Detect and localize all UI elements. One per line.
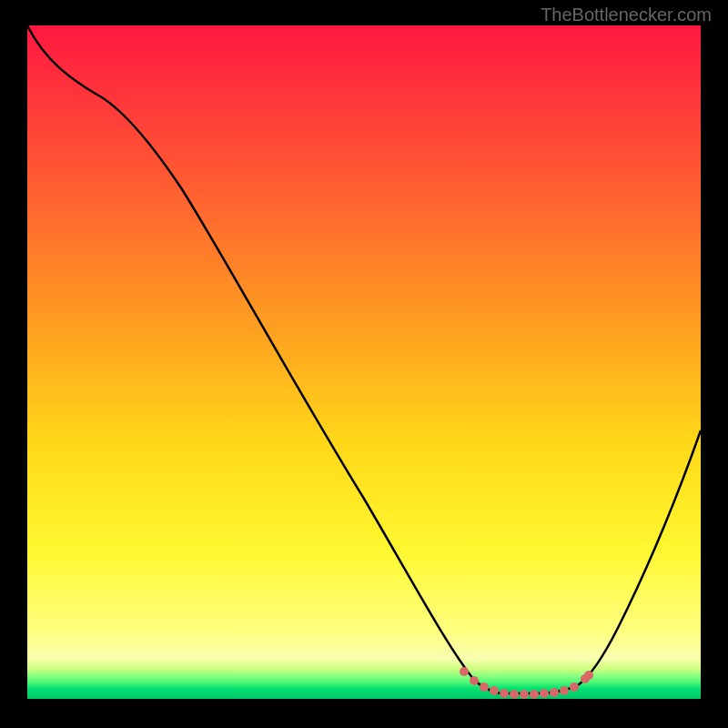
svg-point-10 <box>550 688 559 697</box>
main-curve-path <box>27 25 701 693</box>
bottleneck-curve <box>27 25 701 699</box>
svg-point-3 <box>480 682 489 692</box>
svg-point-8 <box>530 690 539 699</box>
svg-point-7 <box>520 690 529 699</box>
svg-point-6 <box>510 690 519 699</box>
svg-point-12 <box>570 682 579 692</box>
svg-point-5 <box>500 689 509 698</box>
svg-point-1 <box>460 667 469 676</box>
svg-point-2 <box>470 676 479 685</box>
svg-point-4 <box>490 686 499 695</box>
svg-point-11 <box>560 686 569 695</box>
watermark-text: TheBottlenecker.com <box>541 5 712 25</box>
svg-point-9 <box>540 689 549 698</box>
svg-point-14 <box>584 671 593 680</box>
chart-container <box>27 25 701 699</box>
